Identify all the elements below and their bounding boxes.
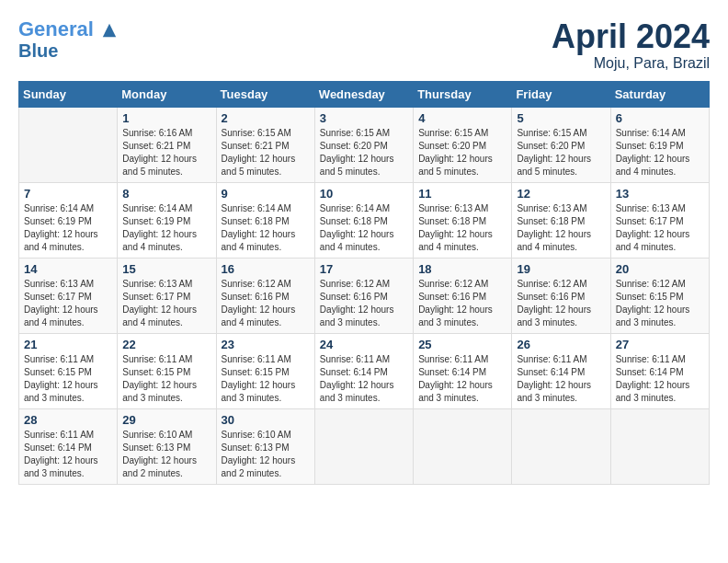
day-number: 26	[517, 338, 605, 351]
day-info: Sunrise: 6:14 AM Sunset: 6:19 PM Dayligh…	[616, 127, 704, 178]
day-number: 7	[24, 187, 112, 201]
calendar-cell: 13Sunrise: 6:13 AM Sunset: 6:17 PM Dayli…	[610, 182, 709, 258]
calendar-week-row: 1Sunrise: 6:16 AM Sunset: 6:21 PM Daylig…	[19, 107, 710, 182]
day-number: 27	[616, 338, 704, 351]
day-info: Sunrise: 6:13 AM Sunset: 6:17 PM Dayligh…	[616, 202, 704, 254]
calendar-cell: 3Sunrise: 6:15 AM Sunset: 6:20 PM Daylig…	[314, 107, 413, 182]
column-header-sunday: Sunday	[19, 81, 118, 107]
calendar-cell: 9Sunrise: 6:14 AM Sunset: 6:18 PM Daylig…	[216, 182, 314, 258]
column-header-thursday: Thursday	[414, 81, 512, 107]
day-number: 19	[517, 262, 605, 276]
calendar-cell: 20Sunrise: 6:12 AM Sunset: 6:15 PM Dayli…	[610, 258, 709, 333]
day-number: 5	[517, 111, 605, 125]
calendar-week-row: 21Sunrise: 6:11 AM Sunset: 6:15 PM Dayli…	[19, 333, 710, 408]
calendar-cell: 10Sunrise: 6:14 AM Sunset: 6:18 PM Dayli…	[314, 182, 413, 258]
calendar-cell: 19Sunrise: 6:12 AM Sunset: 6:16 PM Dayli…	[512, 258, 610, 333]
day-info: Sunrise: 6:13 AM Sunset: 6:18 PM Dayligh…	[517, 202, 605, 254]
logo-text: General	[18, 18, 118, 40]
calendar-cell: 16Sunrise: 6:12 AM Sunset: 6:16 PM Dayli…	[216, 258, 314, 333]
calendar-week-row: 28Sunrise: 6:11 AM Sunset: 6:14 PM Dayli…	[19, 408, 710, 484]
calendar-subtitle: Moju, Para, Brazil	[552, 55, 710, 72]
day-info: Sunrise: 6:14 AM Sunset: 6:19 PM Dayligh…	[24, 202, 112, 254]
day-number: 3	[320, 111, 408, 125]
day-info: Sunrise: 6:13 AM Sunset: 6:17 PM Dayligh…	[24, 278, 112, 329]
day-info: Sunrise: 6:10 AM Sunset: 6:13 PM Dayligh…	[222, 429, 310, 480]
calendar-cell: 15Sunrise: 6:13 AM Sunset: 6:17 PM Dayli…	[118, 258, 216, 333]
day-info: Sunrise: 6:11 AM Sunset: 6:14 PM Dayligh…	[517, 353, 605, 405]
day-number: 9	[222, 187, 310, 201]
day-number: 24	[320, 338, 408, 351]
logo: General Blue	[18, 18, 118, 61]
calendar-cell: 6Sunrise: 6:14 AM Sunset: 6:19 PM Daylig…	[610, 107, 709, 182]
calendar-title: April 2024	[552, 18, 710, 55]
day-number: 4	[418, 111, 506, 125]
day-number: 17	[320, 262, 408, 276]
title-block: April 2024 Moju, Para, Brazil	[552, 18, 710, 72]
calendar-cell	[314, 408, 413, 484]
day-number: 13	[616, 187, 704, 201]
calendar-cell: 30Sunrise: 6:10 AM Sunset: 6:13 PM Dayli…	[216, 408, 314, 484]
day-number: 22	[122, 338, 210, 351]
calendar-cell: 26Sunrise: 6:11 AM Sunset: 6:14 PM Dayli…	[512, 333, 610, 408]
calendar-cell: 5Sunrise: 6:15 AM Sunset: 6:20 PM Daylig…	[512, 107, 610, 182]
calendar-cell: 28Sunrise: 6:11 AM Sunset: 6:14 PM Dayli…	[19, 408, 118, 484]
calendar-cell: 17Sunrise: 6:12 AM Sunset: 6:16 PM Dayli…	[314, 258, 413, 333]
day-info: Sunrise: 6:14 AM Sunset: 6:18 PM Dayligh…	[320, 202, 408, 254]
day-info: Sunrise: 6:13 AM Sunset: 6:18 PM Dayligh…	[418, 202, 506, 254]
day-info: Sunrise: 6:11 AM Sunset: 6:15 PM Dayligh…	[24, 353, 112, 405]
day-number: 11	[418, 187, 506, 201]
day-info: Sunrise: 6:11 AM Sunset: 6:14 PM Dayligh…	[320, 353, 408, 405]
svg-marker-0	[103, 24, 116, 37]
calendar-cell: 22Sunrise: 6:11 AM Sunset: 6:15 PM Dayli…	[118, 333, 216, 408]
day-number: 12	[517, 187, 605, 201]
day-number: 6	[616, 111, 704, 125]
calendar-cell: 29Sunrise: 6:10 AM Sunset: 6:13 PM Dayli…	[118, 408, 216, 484]
day-number: 29	[122, 413, 210, 427]
calendar-header-row: SundayMondayTuesdayWednesdayThursdayFrid…	[19, 81, 710, 107]
day-info: Sunrise: 6:13 AM Sunset: 6:17 PM Dayligh…	[122, 278, 210, 329]
calendar-cell: 7Sunrise: 6:14 AM Sunset: 6:19 PM Daylig…	[19, 182, 118, 258]
day-info: Sunrise: 6:12 AM Sunset: 6:16 PM Dayligh…	[320, 278, 408, 329]
calendar-table: SundayMondayTuesdayWednesdayThursdayFrid…	[18, 81, 710, 485]
day-number: 2	[222, 111, 310, 125]
calendar-cell: 25Sunrise: 6:11 AM Sunset: 6:14 PM Dayli…	[414, 333, 512, 408]
calendar-cell	[610, 408, 709, 484]
calendar-cell: 4Sunrise: 6:15 AM Sunset: 6:20 PM Daylig…	[414, 107, 512, 182]
column-header-tuesday: Tuesday	[216, 81, 314, 107]
day-number: 28	[24, 413, 112, 427]
column-header-saturday: Saturday	[610, 81, 709, 107]
day-number: 15	[122, 262, 210, 276]
calendar-week-row: 14Sunrise: 6:13 AM Sunset: 6:17 PM Dayli…	[19, 258, 710, 333]
calendar-week-row: 7Sunrise: 6:14 AM Sunset: 6:19 PM Daylig…	[19, 182, 710, 258]
day-info: Sunrise: 6:11 AM Sunset: 6:15 PM Dayligh…	[122, 353, 210, 405]
column-header-wednesday: Wednesday	[314, 81, 413, 107]
calendar-cell: 24Sunrise: 6:11 AM Sunset: 6:14 PM Dayli…	[314, 333, 413, 408]
day-number: 20	[616, 262, 704, 276]
calendar-cell: 11Sunrise: 6:13 AM Sunset: 6:18 PM Dayli…	[414, 182, 512, 258]
calendar-cell: 2Sunrise: 6:15 AM Sunset: 6:21 PM Daylig…	[216, 107, 314, 182]
day-info: Sunrise: 6:11 AM Sunset: 6:14 PM Dayligh…	[24, 429, 112, 480]
calendar-cell: 27Sunrise: 6:11 AM Sunset: 6:14 PM Dayli…	[610, 333, 709, 408]
day-info: Sunrise: 6:12 AM Sunset: 6:16 PM Dayligh…	[517, 278, 605, 329]
calendar-cell: 21Sunrise: 6:11 AM Sunset: 6:15 PM Dayli…	[19, 333, 118, 408]
calendar-cell: 18Sunrise: 6:12 AM Sunset: 6:16 PM Dayli…	[414, 258, 512, 333]
day-info: Sunrise: 6:14 AM Sunset: 6:18 PM Dayligh…	[222, 202, 310, 254]
day-number: 30	[222, 413, 310, 427]
day-info: Sunrise: 6:12 AM Sunset: 6:16 PM Dayligh…	[222, 278, 310, 329]
calendar-cell: 1Sunrise: 6:16 AM Sunset: 6:21 PM Daylig…	[118, 107, 216, 182]
day-info: Sunrise: 6:15 AM Sunset: 6:20 PM Dayligh…	[517, 127, 605, 178]
logo-blue: Blue	[18, 40, 118, 61]
day-info: Sunrise: 6:11 AM Sunset: 6:14 PM Dayligh…	[418, 353, 506, 405]
day-info: Sunrise: 6:12 AM Sunset: 6:15 PM Dayligh…	[616, 278, 704, 329]
day-number: 25	[418, 338, 506, 351]
calendar-cell: 23Sunrise: 6:11 AM Sunset: 6:15 PM Dayli…	[216, 333, 314, 408]
day-info: Sunrise: 6:15 AM Sunset: 6:20 PM Dayligh…	[320, 127, 408, 178]
calendar-cell: 12Sunrise: 6:13 AM Sunset: 6:18 PM Dayli…	[512, 182, 610, 258]
calendar-cell	[512, 408, 610, 484]
day-number: 23	[222, 338, 310, 351]
day-number: 16	[222, 262, 310, 276]
day-number: 8	[122, 187, 210, 201]
day-info: Sunrise: 6:14 AM Sunset: 6:19 PM Dayligh…	[122, 202, 210, 254]
day-info: Sunrise: 6:15 AM Sunset: 6:21 PM Dayligh…	[222, 127, 310, 178]
day-info: Sunrise: 6:10 AM Sunset: 6:13 PM Dayligh…	[122, 429, 210, 480]
